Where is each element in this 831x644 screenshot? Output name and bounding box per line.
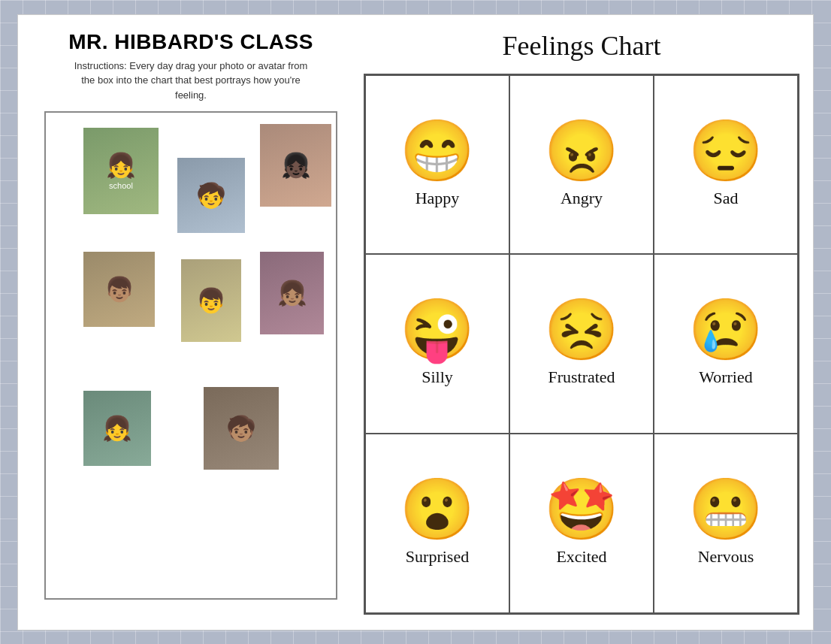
feeling-cell-nervous[interactable]: 😬Nervous xyxy=(654,434,798,613)
photo-box: 👧 school 🧒 👧🏿 👦🏽 xyxy=(44,111,337,600)
feeling-cell-worried[interactable]: 😢Worried xyxy=(654,254,798,434)
student-photo-8[interactable]: 🧒🏽 xyxy=(204,387,279,470)
feeling-label-silly: Silly xyxy=(422,367,453,387)
feeling-cell-happy[interactable]: 😁Happy xyxy=(365,75,509,255)
feeling-label-frustrated: Frustrated xyxy=(548,367,615,387)
feeling-label-worried: Worried xyxy=(699,367,753,387)
feeling-cell-sad[interactable]: 😔Sad xyxy=(654,75,798,255)
emoji-excited: 🤩 xyxy=(544,479,619,540)
emoji-sad: 😔 xyxy=(688,121,763,181)
student-photo-5[interactable]: 👦 xyxy=(181,259,241,342)
feelings-grid: 😁Happy😠Angry😔Sad😜Silly😣Frustrated😢Worrie… xyxy=(364,74,799,615)
instructions: Instructions: Every day drag your photo … xyxy=(71,59,311,103)
class-title: MR. HIBBARD'S CLASS xyxy=(68,30,313,54)
left-panel: MR. HIBBARD'S CLASS Instructions: Every … xyxy=(33,30,349,615)
feeling-label-angry: Angry xyxy=(561,189,603,208)
student-photo-4[interactable]: 👦🏽 xyxy=(83,252,155,327)
emoji-happy: 😁 xyxy=(400,121,475,181)
feeling-label-sad: Sad xyxy=(714,189,739,208)
feeling-cell-surprised[interactable]: 😮Surprised xyxy=(365,434,509,613)
feeling-label-excited: Excited xyxy=(556,547,606,567)
student-photo-6[interactable]: 👧🏽 xyxy=(260,252,324,334)
feeling-cell-silly[interactable]: 😜Silly xyxy=(365,254,509,434)
emoji-angry: 😠 xyxy=(544,121,619,181)
student-photo-2[interactable]: 🧒 xyxy=(177,158,245,233)
student-photo-3[interactable]: 👧🏿 xyxy=(260,124,331,207)
page-container: MR. HIBBARD'S CLASS Instructions: Every … xyxy=(17,14,814,630)
emoji-nervous: 😬 xyxy=(688,479,763,540)
student-photo-1[interactable]: 👧 school xyxy=(83,128,159,214)
emoji-worried: 😢 xyxy=(688,300,763,360)
right-panel: Feelings Chart 😁Happy😠Angry😔Sad😜Silly😣Fr… xyxy=(364,30,799,615)
feeling-label-nervous: Nervous xyxy=(698,547,754,567)
student-photo-7[interactable]: 👧 xyxy=(83,391,151,466)
emoji-surprised: 😮 xyxy=(400,479,475,540)
emoji-silly: 😜 xyxy=(400,300,475,360)
feeling-cell-excited[interactable]: 🤩Excited xyxy=(509,434,654,613)
feeling-label-happy: Happy xyxy=(416,189,460,208)
feeling-cell-frustrated[interactable]: 😣Frustrated xyxy=(509,254,654,434)
emoji-frustrated: 😣 xyxy=(544,300,619,360)
chart-title: Feelings Chart xyxy=(503,30,661,62)
feeling-label-surprised: Surprised xyxy=(406,547,469,567)
feeling-cell-angry[interactable]: 😠Angry xyxy=(509,75,654,255)
